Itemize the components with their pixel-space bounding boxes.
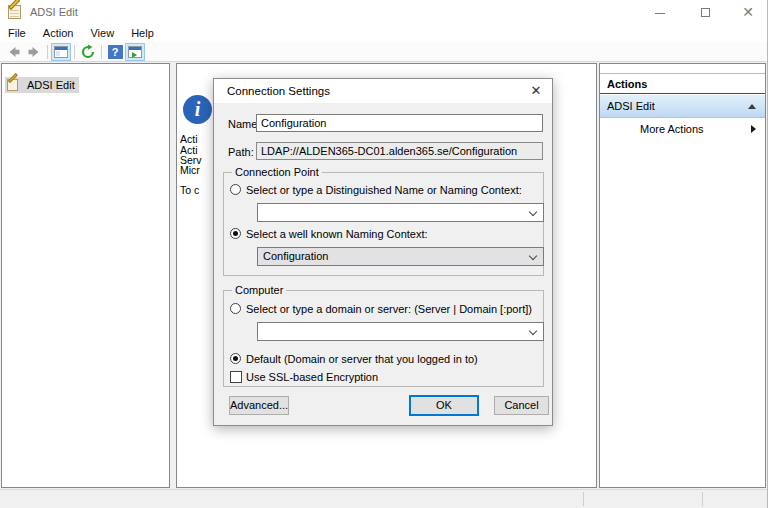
forward-button[interactable] [24, 43, 44, 61]
ssl-encryption-checkbox[interactable] [230, 371, 242, 383]
dialog-title-bar: Connection Settings ✕ [214, 79, 552, 103]
statusbar-divider [702, 492, 703, 506]
toolbar: ? [0, 42, 767, 62]
menu-action[interactable]: Action [43, 25, 74, 42]
well-known-context-radio[interactable] [230, 228, 241, 239]
toolbar-separator [74, 45, 75, 59]
dialog-title: Connection Settings [227, 79, 330, 103]
path-label: Path: [228, 146, 254, 158]
domain-or-server-radio-label: Select or type a domain or server: (Serv… [246, 303, 532, 315]
chevron-down-icon [529, 208, 537, 216]
back-button[interactable] [4, 43, 24, 61]
default-domain-radio[interactable] [230, 353, 241, 364]
menu-bar: File Action View Help [0, 25, 767, 42]
minimize-button[interactable] [645, 0, 675, 25]
collapse-chevron-icon [748, 104, 756, 109]
adsi-edit-window: ADSI Edit ✕ File Action View Help [0, 0, 768, 508]
console-tree-pane: ADSI Edit [1, 63, 170, 488]
info-icon: i [183, 95, 212, 124]
well-known-context-radio-label: Select a well known Naming Context: [246, 228, 428, 240]
action-pane-icon [128, 46, 142, 58]
menu-view[interactable]: View [90, 25, 114, 42]
maximize-icon [701, 8, 710, 17]
connection-point-group: Connection Point Select or type a Distin… [223, 172, 544, 276]
clipped-text-line: To c [180, 184, 199, 196]
distinguished-name-radio[interactable] [230, 184, 241, 195]
domain-or-server-combobox[interactable] [257, 322, 544, 341]
adsi-edit-node-icon [7, 78, 22, 92]
computer-group: Computer Select or type a domain or serv… [223, 290, 544, 387]
tree-item-adsi-edit[interactable]: ADSI Edit [5, 77, 79, 93]
ssl-encryption-checkbox-label: Use SSL-based Encryption [246, 371, 378, 383]
name-input[interactable] [256, 114, 543, 132]
ok-button[interactable]: OK [409, 395, 479, 416]
statusbar-divider [583, 492, 584, 506]
distinguished-name-combobox[interactable] [257, 203, 544, 222]
connection-point-legend: Connection Point [232, 166, 322, 178]
help-icon: ? [108, 45, 123, 59]
adsi-edit-app-icon [8, 4, 24, 20]
close-icon: ✕ [733, 0, 763, 25]
minimize-icon [655, 13, 665, 14]
toolbar-separator [101, 45, 102, 59]
distinguished-name-radio-label: Select or type a Distinguished Name or N… [246, 184, 522, 196]
status-bar [0, 489, 768, 508]
console-tree-icon [54, 46, 68, 58]
actions-pane: Actions ADSI Edit More Actions [599, 63, 766, 488]
menu-help[interactable]: Help [131, 25, 154, 42]
toolbar-separator [47, 45, 48, 59]
tree-item-label: ADSI Edit [27, 79, 75, 91]
computer-legend: Computer [232, 284, 286, 296]
show-action-pane-button[interactable] [125, 43, 145, 61]
help-button[interactable]: ? [105, 43, 125, 61]
default-domain-radio-label: Default (Domain or server that you logge… [246, 353, 478, 365]
path-field: LDAP://ALDEN365-DC01.alden365.se/Configu… [256, 142, 543, 160]
combobox-value: Configuration [263, 248, 328, 265]
menu-file[interactable]: File [8, 25, 26, 42]
dialog-close-button[interactable]: ✕ [525, 82, 547, 100]
window-title: ADSI Edit [30, 0, 78, 25]
connection-settings-dialog: Connection Settings ✕ Name: Path: LDAP:/… [213, 78, 553, 426]
actions-group-label: ADSI Edit [607, 100, 655, 112]
forward-arrow-icon [26, 44, 42, 60]
chevron-down-icon [529, 252, 537, 260]
submenu-arrow-icon [751, 125, 756, 133]
maximize-button[interactable] [691, 0, 721, 25]
actions-group-adsi-edit[interactable]: ADSI Edit [600, 95, 765, 118]
chevron-down-icon [529, 327, 537, 335]
clipped-text-line: Micr [180, 164, 200, 176]
advanced-button[interactable]: Advanced... [229, 396, 289, 415]
domain-or-server-radio[interactable] [230, 303, 241, 314]
refresh-button[interactable] [78, 43, 98, 61]
actions-pane-header: Actions [600, 73, 765, 94]
more-actions-label: More Actions [640, 123, 704, 135]
title-bar: ADSI Edit ✕ [0, 0, 767, 25]
more-actions-item[interactable]: More Actions [600, 118, 765, 140]
close-button[interactable]: ✕ [733, 0, 763, 25]
back-arrow-icon [6, 44, 22, 60]
cancel-button[interactable]: Cancel [494, 396, 549, 415]
well-known-context-combobox[interactable]: Configuration [257, 247, 544, 266]
show-console-tree-button[interactable] [51, 43, 71, 61]
refresh-icon [80, 44, 96, 60]
